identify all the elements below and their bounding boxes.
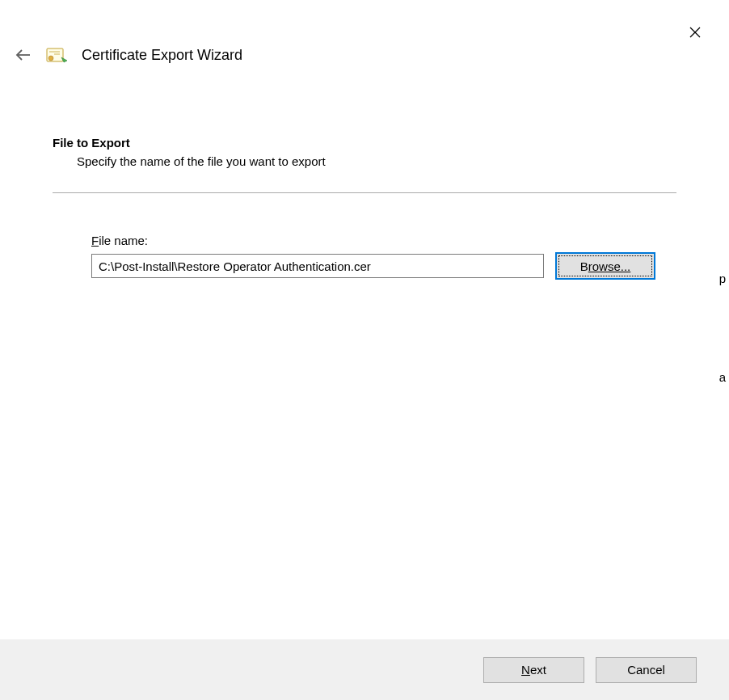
svg-point-4 <box>48 56 53 61</box>
file-name-label: File name: <box>91 234 676 247</box>
arrow-left-icon <box>15 48 32 61</box>
next-button[interactable]: Next <box>483 657 584 683</box>
footer: Next Cancel <box>0 639 729 700</box>
stray-text: a <box>719 370 726 384</box>
divider <box>53 192 676 193</box>
cancel-button[interactable]: Cancel <box>596 657 697 683</box>
certificate-icon <box>46 46 69 64</box>
browse-button[interactable]: Browse... <box>555 252 655 280</box>
section-heading: File to Export <box>53 136 676 150</box>
back-button[interactable] <box>14 45 33 65</box>
close-icon <box>689 27 701 38</box>
file-name-input[interactable] <box>91 254 544 278</box>
stray-text: p <box>719 272 726 285</box>
wizard-title: Certificate Export Wizard <box>82 47 242 64</box>
close-button[interactable] <box>685 23 705 42</box>
section-description: Specify the name of the file you want to… <box>77 154 676 168</box>
